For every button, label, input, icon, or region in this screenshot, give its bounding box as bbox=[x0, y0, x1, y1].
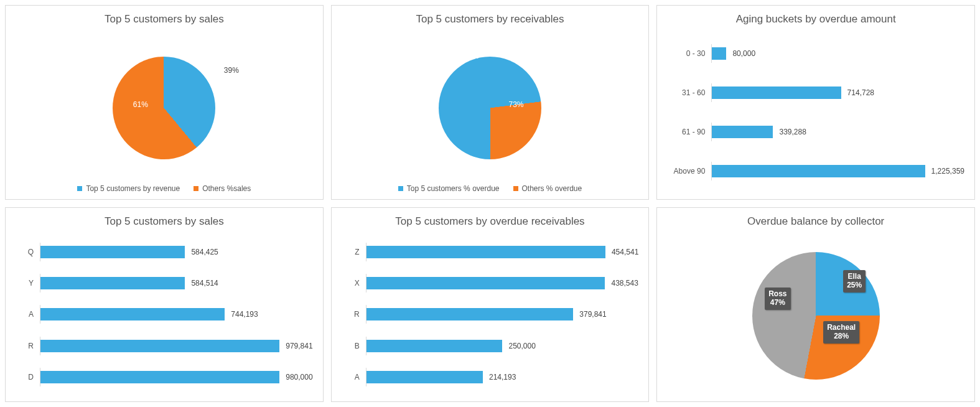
chart-title: Top 5 customers by sales bbox=[105, 13, 224, 26]
chart-title: Aging buckets by overdue amount bbox=[736, 13, 896, 26]
bar-category: 61 - 90 bbox=[668, 128, 711, 136]
bar-row: 61 - 90 339,288 bbox=[668, 123, 964, 141]
bar-value: 714,728 bbox=[847, 88, 874, 97]
bar-row: B 250,000 bbox=[342, 337, 639, 355]
bar-track: 250,000 bbox=[366, 337, 639, 355]
bar-row: 0 - 30 80,000 bbox=[668, 44, 964, 63]
bar-value: 379,841 bbox=[579, 310, 606, 319]
bar-value: 454,541 bbox=[612, 248, 638, 256]
bar-fill bbox=[366, 277, 605, 289]
bar-row: A 214,193 bbox=[342, 368, 639, 386]
pie-graphic bbox=[439, 57, 541, 159]
panel-receivables-pie: Top 5 customers by receivables 73% 27% T… bbox=[331, 5, 650, 200]
chart-title: Top 5 customers by receivables bbox=[416, 13, 564, 26]
bar-value: 250,000 bbox=[508, 342, 535, 350]
bar-fill bbox=[366, 308, 574, 320]
bar-value: 979,841 bbox=[286, 342, 312, 350]
panel-aging-bar: Aging buckets by overdue amount 0 - 30 8… bbox=[656, 5, 975, 200]
panel-collector-pie: Overdue balance by collector Ella25% Rac… bbox=[656, 207, 975, 402]
bar-chart: Z 454,541 X 438,543 R 379,841 B 250,000 … bbox=[338, 234, 643, 398]
pie-slice-label: Racheal28% bbox=[823, 321, 859, 344]
legend: Top 5 customers by revenue Others %sales bbox=[77, 184, 251, 195]
bar-row: A 744,193 bbox=[16, 305, 313, 324]
bar-track: 1,225,359 bbox=[711, 162, 964, 180]
bar-value: 584,425 bbox=[191, 248, 218, 256]
bar-track: 979,841 bbox=[40, 337, 313, 355]
pie-slice-label: 73% bbox=[508, 100, 523, 109]
bar-track: 744,193 bbox=[40, 305, 313, 324]
bar-fill bbox=[712, 165, 925, 177]
bar-value: 744,193 bbox=[231, 310, 258, 319]
pie-chart: 39% 61% bbox=[12, 32, 317, 184]
bar-category: 31 - 60 bbox=[668, 88, 711, 97]
bar-row: R 979,841 bbox=[16, 337, 313, 355]
chart-title: Top 5 customers by sales bbox=[105, 215, 224, 228]
pie-slice-label: 39% bbox=[224, 66, 239, 75]
legend-item: Others % overdue bbox=[513, 184, 582, 193]
bar-fill bbox=[40, 277, 185, 289]
bar-row: 31 - 60 714,728 bbox=[668, 83, 964, 102]
legend-swatch-icon bbox=[398, 186, 403, 191]
legend-item: Others %sales bbox=[194, 184, 251, 193]
bar-row: X 438,543 bbox=[342, 274, 639, 292]
bar-category: 0 - 30 bbox=[668, 49, 711, 58]
bar-track: 980,000 bbox=[40, 368, 313, 386]
pie-graphic bbox=[113, 57, 215, 159]
bar-fill bbox=[366, 246, 605, 258]
bar-row: Q 584,425 bbox=[16, 243, 313, 261]
bar-fill bbox=[712, 126, 773, 138]
bar-fill bbox=[40, 246, 185, 258]
bar-fill bbox=[366, 371, 483, 383]
bar-category: R bbox=[16, 342, 40, 350]
chart-title: Overdue balance by collector bbox=[747, 215, 884, 228]
legend-label: Others % overdue bbox=[522, 184, 582, 193]
legend-swatch-icon bbox=[77, 186, 82, 191]
bar-track: 584,425 bbox=[40, 243, 313, 261]
bar-category: B bbox=[342, 342, 366, 350]
pie-chart: Ella25% Racheal28% Ross47% bbox=[663, 234, 968, 398]
bar-category: X bbox=[342, 279, 366, 288]
bar-row: Above 90 1,225,359 bbox=[668, 162, 964, 180]
bar-fill bbox=[40, 371, 279, 383]
bar-value: 214,193 bbox=[489, 373, 516, 381]
bar-row: Y 584,514 bbox=[16, 274, 313, 292]
bar-category: Y bbox=[16, 279, 40, 288]
bar-category: Above 90 bbox=[668, 167, 711, 175]
legend-item: Top 5 customers by revenue bbox=[77, 184, 180, 193]
chart-title: Top 5 customers by overdue receivables bbox=[395, 215, 584, 228]
bar-value: 339,288 bbox=[779, 128, 806, 136]
bar-fill bbox=[40, 308, 225, 320]
bar-value: 584,514 bbox=[191, 279, 218, 288]
bar-value: 980,000 bbox=[286, 373, 312, 381]
bar-category: Q bbox=[16, 248, 40, 256]
bar-chart: 0 - 30 80,000 31 - 60 714,728 61 - 90 33… bbox=[663, 32, 968, 195]
legend-label: Top 5 customers by revenue bbox=[86, 184, 180, 193]
bar-track: 214,193 bbox=[366, 368, 639, 386]
panel-sales-pie: Top 5 customers by sales 39% 61% Top 5 c… bbox=[5, 5, 324, 200]
bar-fill bbox=[712, 87, 841, 99]
panel-top5-sales-bar: Top 5 customers by sales Q 584,425 Y 584… bbox=[5, 207, 324, 402]
bar-track: 379,841 bbox=[366, 305, 639, 324]
panel-top5-overdue-bar: Top 5 customers by overdue receivables Z… bbox=[331, 207, 650, 402]
bar-track: 454,541 bbox=[366, 243, 639, 261]
bar-category: D bbox=[16, 373, 40, 381]
bar-category: A bbox=[342, 373, 366, 381]
legend-swatch-icon bbox=[513, 186, 518, 191]
bar-row: R 379,841 bbox=[342, 305, 639, 324]
pie-slice-label: Ross47% bbox=[765, 288, 790, 310]
bar-track: 584,514 bbox=[40, 274, 313, 292]
bar-track: 80,000 bbox=[711, 44, 964, 63]
bar-row: Z 454,541 bbox=[342, 243, 639, 261]
bar-category: A bbox=[16, 310, 40, 319]
legend: Top 5 customers % overdue Others % overd… bbox=[398, 184, 582, 195]
legend-swatch-icon bbox=[194, 186, 198, 191]
bar-track: 714,728 bbox=[711, 83, 964, 102]
bar-chart: Q 584,425 Y 584,514 A 744,193 R 979,841 … bbox=[12, 234, 317, 398]
dashboard-grid: Top 5 customers by sales 39% 61% Top 5 c… bbox=[5, 5, 975, 402]
bar-fill bbox=[712, 47, 726, 60]
bar-fill bbox=[366, 340, 503, 352]
bar-value: 80,000 bbox=[732, 49, 755, 58]
bar-value: 1,225,359 bbox=[931, 167, 964, 175]
legend-label: Top 5 customers % overdue bbox=[407, 184, 500, 193]
legend-item: Top 5 customers % overdue bbox=[398, 184, 500, 193]
